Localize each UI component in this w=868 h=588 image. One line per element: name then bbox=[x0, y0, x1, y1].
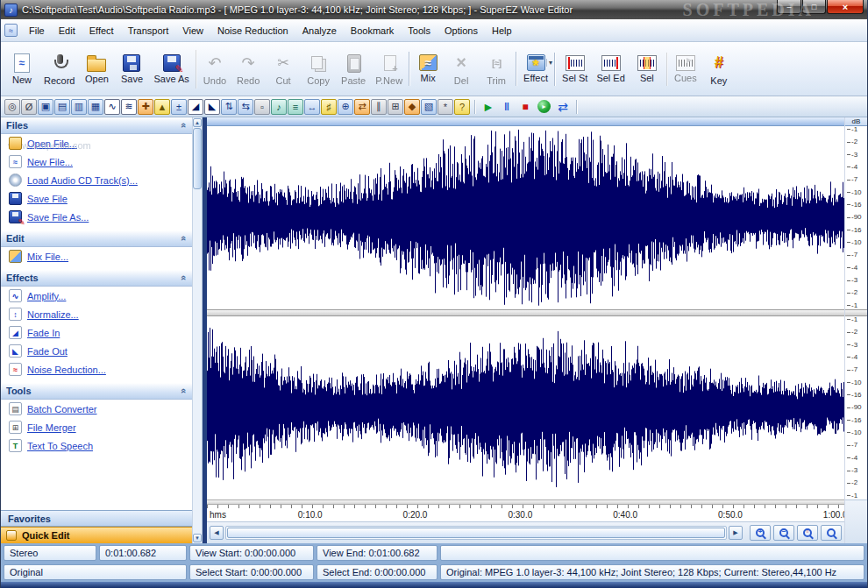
invert-icon[interactable]: ⇅ bbox=[221, 99, 237, 115]
close-window-icon[interactable]: ▦ bbox=[88, 99, 103, 115]
batch-converter-item[interactable]: Batch Converter bbox=[1, 400, 192, 418]
toolbar-button[interactable]: Open bbox=[79, 51, 114, 87]
resample-icon[interactable]: ⊕ bbox=[338, 99, 353, 115]
mix-paste-icon[interactable]: ✚ bbox=[138, 99, 153, 115]
collapse-chevron-icon[interactable] bbox=[179, 388, 189, 393]
region-icon[interactable]: ▧ bbox=[421, 99, 437, 115]
spectrum-view-icon[interactable]: ≋ bbox=[121, 99, 137, 115]
scan-icon[interactable]: ◎ bbox=[4, 99, 20, 115]
mix-file-item[interactable]: Mix File... bbox=[1, 247, 192, 266]
sidebar-scroll-track[interactable] bbox=[193, 128, 202, 533]
zoom-all-button[interactable] bbox=[821, 525, 842, 541]
toolbar-button[interactable]: Cut bbox=[266, 50, 301, 89]
overview-strip[interactable] bbox=[207, 117, 844, 126]
toolbar-button[interactable]: Sel bbox=[630, 53, 665, 86]
close-button[interactable]: × bbox=[827, 0, 864, 14]
menu-item[interactable]: Analyze bbox=[295, 22, 344, 39]
save-file-item[interactable]: Save File bbox=[1, 189, 192, 208]
menu-item[interactable]: Transport bbox=[121, 22, 176, 39]
toolbar-button[interactable]: Key bbox=[701, 50, 736, 89]
new-window-icon[interactable]: ▣ bbox=[38, 99, 53, 115]
fade-in-icon[interactable]: ◢ bbox=[188, 99, 203, 115]
toolbar-button[interactable]: Undo bbox=[196, 50, 231, 89]
menu-item[interactable]: Effect bbox=[82, 22, 121, 39]
fade-out-icon[interactable]: ◣ bbox=[204, 99, 220, 115]
scroll-left-icon[interactable]: ◀ bbox=[210, 526, 224, 540]
scroll-up-icon[interactable]: ▲ bbox=[193, 118, 202, 127]
zoom-out-button[interactable]: − bbox=[773, 525, 794, 541]
cascade-windows-icon[interactable]: ▤ bbox=[54, 99, 70, 115]
menu-item[interactable]: Help bbox=[485, 22, 519, 39]
toolbar-button[interactable]: Del bbox=[444, 50, 479, 89]
tile-windows-icon[interactable]: ▥ bbox=[71, 99, 87, 115]
save-file-as-item[interactable]: Save File As... bbox=[1, 208, 192, 226]
effects-section-header[interactable]: Effects bbox=[1, 270, 192, 287]
maximize-button[interactable]: □ bbox=[802, 0, 826, 14]
normalize-item[interactable]: Normalize... bbox=[1, 305, 192, 323]
merge-icon[interactable]: ⊞ bbox=[388, 99, 403, 115]
play-selection-button[interactable]: ► bbox=[537, 100, 551, 113]
minimize-button[interactable]: – bbox=[777, 0, 801, 14]
pause-button[interactable]: ‖ bbox=[498, 98, 516, 116]
text-to-speech-item[interactable]: Text To Speech bbox=[1, 436, 192, 455]
echo-icon[interactable]: ♪ bbox=[271, 99, 287, 115]
menu-item[interactable]: Tools bbox=[401, 22, 438, 39]
file-merger-item[interactable]: File Merger bbox=[1, 418, 192, 436]
menu-item[interactable]: File bbox=[22, 22, 52, 39]
dropdown-arrow-icon[interactable]: ▾ bbox=[546, 59, 552, 67]
fade-in-item[interactable]: Fade In bbox=[1, 323, 192, 342]
scroll-down-icon[interactable]: ▼ bbox=[193, 534, 202, 542]
marker-icon[interactable]: ◆ bbox=[404, 99, 420, 115]
silence-icon[interactable]: ▫ bbox=[254, 99, 270, 115]
horizontal-scroll-thumb[interactable] bbox=[227, 528, 725, 538]
menu-item[interactable]: View bbox=[175, 22, 210, 39]
stretch-icon[interactable]: ↔ bbox=[304, 99, 320, 115]
menu-item[interactable]: Noise Reduction bbox=[210, 22, 295, 39]
toolbar-button[interactable]: Cues bbox=[666, 53, 701, 86]
zoom-in-button[interactable]: + bbox=[750, 525, 771, 541]
normalize-icon[interactable]: ± bbox=[171, 99, 187, 115]
menu-item[interactable]: Options bbox=[438, 22, 485, 39]
favorites-bar[interactable]: Favorites bbox=[1, 510, 192, 527]
open-file-item[interactable]: Open File... bbox=[1, 134, 192, 152]
equalizer-icon[interactable]: ≡ bbox=[288, 99, 303, 115]
left-channel-canvas[interactable] bbox=[207, 126, 844, 309]
play-button[interactable]: ► bbox=[480, 98, 497, 116]
menu-item[interactable]: Edit bbox=[52, 22, 82, 39]
toolbar-button[interactable]: Sel St bbox=[554, 53, 592, 86]
toolbar-button[interactable]: Effect ▾ bbox=[516, 52, 552, 86]
load-cd-track-item[interactable]: Load Audio CD Track(s)... bbox=[1, 171, 192, 189]
split-icon[interactable]: ∥ bbox=[371, 99, 387, 115]
help-icon[interactable]: ? bbox=[454, 99, 470, 115]
collapse-chevron-icon[interactable] bbox=[179, 123, 189, 128]
zoom-selection-button[interactable]: ▫ bbox=[797, 525, 818, 541]
files-section-header[interactable]: Files bbox=[1, 117, 192, 134]
toolbar-button[interactable]: Paste bbox=[336, 50, 371, 89]
pitch-icon[interactable]: ♯ bbox=[321, 99, 337, 115]
toolbar-button[interactable]: P.New bbox=[371, 50, 407, 89]
sidebar-scrollbar[interactable]: ▲ ▼ bbox=[192, 117, 203, 543]
reverse-icon[interactable]: ⇆ bbox=[238, 99, 253, 115]
collapse-chevron-icon[interactable] bbox=[179, 236, 189, 241]
loop-button[interactable]: ⇄ bbox=[554, 98, 572, 116]
edit-section-header[interactable]: Edit bbox=[1, 230, 192, 247]
right-channel-canvas[interactable] bbox=[207, 316, 844, 499]
options-icon[interactable]: * bbox=[438, 99, 453, 115]
convert-icon[interactable]: ⇄ bbox=[354, 99, 370, 115]
toolbar-button[interactable]: Trim bbox=[479, 50, 514, 89]
toolbar-button[interactable]: Record bbox=[39, 50, 79, 89]
left-channel-wave[interactable] bbox=[207, 126, 844, 309]
toolbar-button[interactable]: Mix bbox=[409, 52, 444, 86]
scroll-right-icon[interactable]: ▶ bbox=[729, 526, 743, 540]
toolbar-button[interactable]: Redo bbox=[231, 50, 266, 89]
right-channel-wave[interactable] bbox=[207, 316, 844, 499]
quick-edit-bar[interactable]: Quick Edit bbox=[1, 527, 192, 543]
collapse-chevron-icon[interactable] bbox=[179, 275, 189, 280]
toolbar-button[interactable]: Copy bbox=[301, 50, 336, 89]
toolbar-button[interactable]: New bbox=[4, 51, 39, 88]
amplify-item[interactable]: Amplify... bbox=[1, 287, 192, 305]
noise-reduction-item[interactable]: Noise Reduction... bbox=[1, 360, 192, 379]
fade-out-item[interactable]: Fade Out bbox=[1, 342, 192, 360]
amplify-icon[interactable]: ▲ bbox=[154, 99, 170, 115]
tools-section-header[interactable]: Tools bbox=[1, 383, 192, 400]
